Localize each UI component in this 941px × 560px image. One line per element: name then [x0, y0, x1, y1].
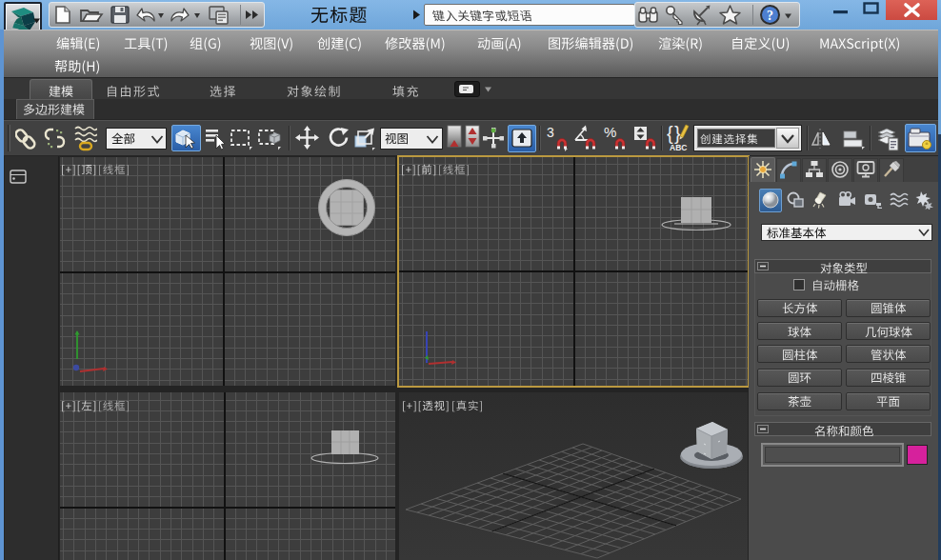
svg-text:%: % — [604, 125, 616, 140]
svg-text:ABC: ABC — [670, 143, 687, 152]
svg-text:?: ? — [767, 9, 773, 23]
svg-text:{: { — [667, 123, 673, 144]
svg-text:3: 3 — [547, 125, 554, 140]
svg-text:}: } — [674, 123, 681, 144]
